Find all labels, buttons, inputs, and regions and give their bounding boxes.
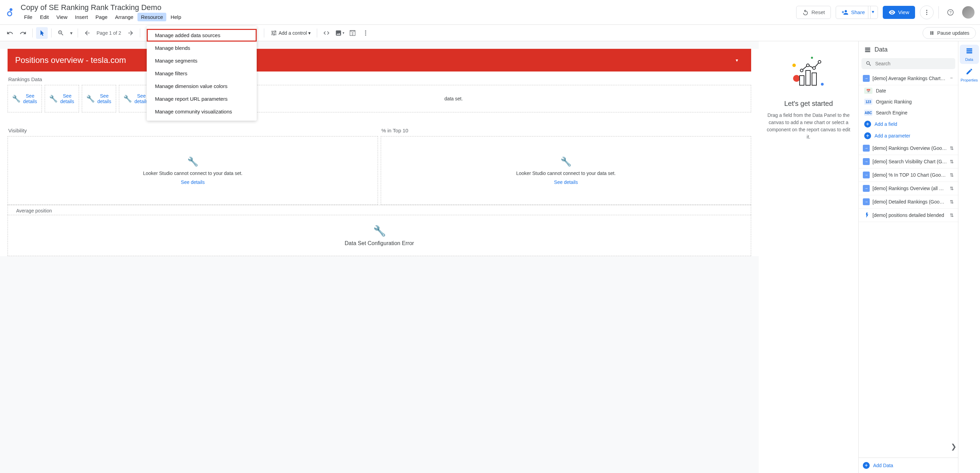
date-range-dropdown[interactable]: ▾ [730, 55, 744, 65]
wrench-icon: 🔧 [123, 94, 132, 103]
menu-manage-colors[interactable]: Manage dimension value colors [147, 80, 257, 92]
svg-rect-15 [806, 70, 810, 85]
widget-error-1[interactable]: 🔧See details [8, 85, 42, 112]
see-details-link[interactable]: See details [60, 93, 75, 104]
add-parameter-link[interactable]: +Add a parameter [859, 130, 958, 142]
data-source-item[interactable]: →[demo] % In TOP 10 Chart (Google U...⇅ [859, 169, 958, 182]
search-icon [865, 61, 872, 67]
prev-page-button[interactable] [81, 27, 93, 39]
svg-rect-24 [966, 48, 972, 50]
data-source-item[interactable]: →[demo] Rankings Overview (Google ...⇅ [859, 142, 958, 155]
more-vert-icon [362, 30, 369, 37]
svg-text:?: ? [950, 10, 952, 14]
widget-error-2[interactable]: 🔧See details [45, 85, 79, 112]
share-button[interactable]: Share [836, 6, 871, 19]
select-tool[interactable] [36, 27, 48, 39]
expand-icon[interactable]: ⇅ [950, 159, 954, 164]
divider [939, 6, 939, 19]
toolbar-more-button[interactable] [360, 27, 371, 39]
data-search[interactable] [861, 58, 955, 69]
add-data-button[interactable]: + Add Data [859, 457, 958, 473]
zoom-tool[interactable] [55, 27, 67, 39]
menu-manage-data-sources[interactable]: Manage added data sources [147, 29, 257, 41]
image-button[interactable]: ▾ [334, 27, 345, 39]
widget-error-3[interactable]: 🔧See details [82, 85, 116, 112]
menu-edit[interactable]: Edit [37, 13, 52, 21]
undo-icon [6, 30, 13, 37]
menu-manage-url-params[interactable]: Manage report URL parameters [147, 92, 257, 105]
menu-manage-community-viz[interactable]: Manage community visualizations [147, 105, 257, 118]
text-type-icon: ABC [864, 110, 872, 116]
embed-button[interactable] [321, 27, 332, 39]
svg-point-1 [8, 12, 12, 16]
expand-icon[interactable]: ⇅ [950, 172, 954, 178]
data-source-item[interactable]: → [demo] Average Rankings Chart (Go... [859, 72, 958, 85]
svg-point-10 [792, 64, 796, 67]
collapse-icon[interactable] [949, 76, 954, 81]
report-header: Positions overview - tesla.com ▾ [8, 49, 751, 72]
add-control-dropdown[interactable]: Add a control ▾ [268, 28, 314, 38]
plus-icon: + [864, 132, 871, 139]
menu-manage-blends[interactable]: Manage blends [147, 41, 257, 54]
plus-icon: + [863, 462, 870, 469]
menu-file[interactable]: File [21, 13, 36, 21]
plus-icon: + [864, 121, 871, 127]
visibility-label: Visibility [8, 123, 378, 136]
data-source-item[interactable]: →[demo] Detailed Rankings (Google U...⇅ [859, 195, 958, 209]
zoom-dropdown[interactable]: ▾ [68, 27, 74, 39]
menu-resource[interactable]: Resource [137, 13, 166, 21]
user-avatar[interactable] [962, 6, 975, 19]
menu-manage-filters[interactable]: Manage filters [147, 67, 257, 80]
svg-point-12 [821, 83, 824, 86]
menu-page[interactable]: Page [92, 13, 111, 21]
pause-updates-button[interactable]: Pause updates [923, 27, 976, 39]
looker-studio-logo[interactable] [5, 7, 16, 18]
field-search-engine[interactable]: ABCSearch Engine [859, 107, 958, 118]
expand-icon[interactable]: ⇅ [950, 186, 954, 191]
field-organic-ranking[interactable]: 123Organic Ranking [859, 96, 958, 107]
view-button[interactable]: View [883, 6, 915, 19]
see-details-link[interactable]: See details [181, 180, 204, 185]
expand-icon[interactable]: ⇅ [950, 145, 954, 151]
eye-icon [889, 9, 896, 16]
see-details-link[interactable]: See details [23, 93, 37, 104]
reset-button[interactable]: Reset [796, 6, 831, 19]
top10-widget[interactable]: 🔧 Looker Studio cannot connect to your d… [381, 136, 751, 205]
tab-data[interactable]: Data [960, 45, 979, 64]
chevron-right-icon[interactable]: ❯ [951, 443, 957, 451]
field-date[interactable]: 📅Date [859, 85, 958, 96]
next-page-button[interactable] [125, 27, 137, 39]
data-panel-header: Data [859, 41, 958, 58]
data-source-item[interactable]: [demo] positions detailed blended⇅ [859, 209, 958, 222]
menu-manage-segments[interactable]: Manage segments [147, 54, 257, 67]
expand-icon[interactable]: ⇅ [950, 212, 954, 218]
document-title[interactable]: Copy of SE Ranking Rank Tracking Demo [21, 3, 796, 12]
redo-button[interactable] [17, 27, 29, 39]
menu-arrange[interactable]: Arrange [112, 13, 137, 21]
svg-point-20 [818, 61, 821, 63]
undo-button[interactable] [4, 27, 16, 39]
redo-icon [19, 30, 27, 37]
wrench-icon: 🔧 [560, 156, 571, 167]
svg-point-7 [365, 30, 366, 31]
search-input[interactable] [875, 61, 951, 66]
more-options-button[interactable] [920, 5, 934, 19]
expand-icon[interactable]: ⇅ [950, 199, 954, 204]
help-button[interactable]: ? [943, 5, 957, 19]
edit-icon [966, 68, 973, 77]
menu-help[interactable]: Help [167, 13, 185, 21]
data-source-item[interactable]: →[demo] Search Visibility Chart (Goog...… [859, 155, 958, 169]
data-source-item[interactable]: →[demo] Rankings Overview (all SE's)⇅ [859, 182, 958, 195]
menu-insert[interactable]: Insert [72, 13, 91, 21]
tab-properties[interactable]: Properties [960, 65, 979, 84]
avg-position-widget[interactable]: 🔧 Data Set Configuration Error [8, 215, 751, 256]
see-details-link[interactable]: See details [97, 93, 112, 104]
arrow-left-icon [84, 30, 91, 37]
add-field-link[interactable]: +Add a field [859, 118, 958, 130]
report-canvas[interactable]: Positions overview - tesla.com ▾ Ranking… [0, 41, 759, 473]
text-button[interactable] [347, 27, 358, 39]
share-dropdown[interactable]: ▾ [868, 6, 878, 19]
see-details-link[interactable]: See details [554, 180, 578, 185]
visibility-widget[interactable]: 🔧 Looker Studio cannot connect to your d… [8, 136, 378, 205]
menu-view[interactable]: View [53, 13, 71, 21]
